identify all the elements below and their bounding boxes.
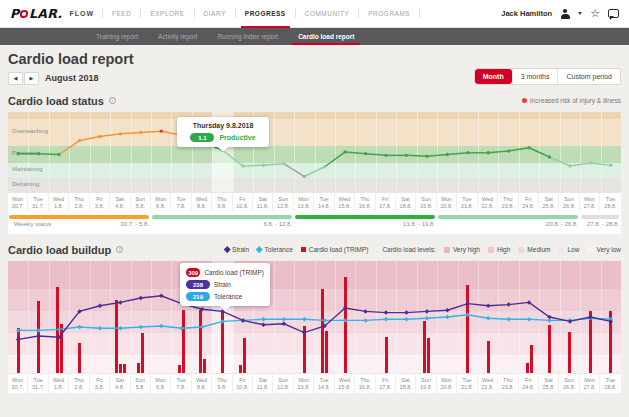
nav-item-programs[interactable]: PROGRAMS xyxy=(359,0,419,28)
status-point[interactable] xyxy=(343,150,346,153)
status-point[interactable] xyxy=(282,162,285,165)
status-point[interactable] xyxy=(425,155,428,158)
status-point[interactable] xyxy=(119,132,122,135)
period-button-custom-period[interactable]: Custom period xyxy=(557,69,620,84)
tab-training-report[interactable]: Training report xyxy=(86,28,148,45)
polar-logo[interactable]: PLAR. FLOW xyxy=(10,6,94,21)
user-name[interactable]: Jack Hamilton xyxy=(501,9,552,18)
tolerance-point[interactable] xyxy=(343,318,348,323)
tolerance-point[interactable] xyxy=(220,319,225,324)
status-point[interactable] xyxy=(446,153,449,156)
nav-item-explore[interactable]: EXPLORE xyxy=(141,0,193,28)
period-button-month[interactable]: Month xyxy=(475,69,512,84)
tolerance-point[interactable] xyxy=(98,326,103,331)
tolerance-point[interactable] xyxy=(527,317,532,322)
status-point[interactable] xyxy=(78,139,81,142)
info-icon[interactable] xyxy=(109,97,116,104)
strain-point[interactable] xyxy=(200,307,205,312)
tolerance-point[interactable] xyxy=(445,315,450,320)
status-point[interactable] xyxy=(160,129,163,132)
tolerance-point[interactable] xyxy=(404,317,409,322)
nav-item-community[interactable]: COMMUNITY xyxy=(296,0,359,28)
strain-point[interactable] xyxy=(425,309,430,314)
tolerance-point[interactable] xyxy=(486,316,491,321)
tolerance-point[interactable] xyxy=(159,324,164,329)
strain-point[interactable] xyxy=(384,310,389,315)
strain-point[interactable] xyxy=(159,294,164,299)
strain-point[interactable] xyxy=(261,323,266,328)
status-point[interactable] xyxy=(384,154,387,157)
chevron-down-icon[interactable] xyxy=(578,12,582,15)
axis-date: 11.8. xyxy=(253,384,272,391)
tab-running-index-report[interactable]: Running Index report xyxy=(207,28,288,45)
tolerance-point[interactable] xyxy=(322,318,327,323)
strain-point[interactable] xyxy=(465,301,470,306)
tolerance-point[interactable] xyxy=(57,327,62,332)
favorites-star-icon[interactable]: ☆ xyxy=(590,8,600,19)
strain-point[interactable] xyxy=(16,337,21,342)
tolerance-point[interactable] xyxy=(200,325,205,330)
user-icon[interactable] xyxy=(560,9,570,19)
status-point[interactable] xyxy=(57,153,60,156)
strain-point[interactable] xyxy=(445,308,450,313)
status-point[interactable] xyxy=(507,149,510,152)
nav-item-diary[interactable]: DIARY xyxy=(195,0,235,28)
nav-item-feed[interactable]: FEED xyxy=(103,0,140,28)
tolerance-point[interactable] xyxy=(261,317,266,322)
status-point[interactable] xyxy=(466,151,469,154)
status-point[interactable] xyxy=(323,165,326,168)
tolerance-point[interactable] xyxy=(77,325,82,330)
status-point[interactable] xyxy=(241,164,244,167)
axis-date: 15.8. xyxy=(335,384,354,391)
nav-item-progress[interactable]: PROGRESS xyxy=(236,0,295,28)
cardio-load-buildup-chart[interactable]: 309Cardio load (TRIMP)238Strain219Tolera… xyxy=(8,261,621,373)
tolerance-point[interactable] xyxy=(506,317,511,322)
status-point[interactable] xyxy=(262,164,265,167)
strain-point[interactable] xyxy=(36,334,41,339)
strain-point[interactable] xyxy=(98,304,103,309)
tab-cardio-load-report[interactable]: Cardio load report xyxy=(288,28,364,45)
cardio-load-status-chart[interactable]: Thursday 9.8.2018 1.1 Productive Overrea… xyxy=(8,112,621,192)
status-point[interactable] xyxy=(98,135,101,138)
feedback-chat-icon[interactable] xyxy=(608,9,619,18)
status-point[interactable] xyxy=(139,131,142,134)
tolerance-point[interactable] xyxy=(36,328,41,333)
strain-point[interactable] xyxy=(302,330,307,335)
status-point[interactable] xyxy=(17,152,20,155)
period-button-3-months[interactable]: 3 months xyxy=(512,69,558,84)
status-point[interactable] xyxy=(548,155,551,158)
status-point[interactable] xyxy=(405,154,408,157)
strain-point[interactable] xyxy=(282,322,287,327)
status-point[interactable] xyxy=(589,161,592,164)
tolerance-point[interactable] xyxy=(16,328,21,333)
tolerance-point[interactable] xyxy=(118,326,123,331)
previous-month-button[interactable]: ◀ xyxy=(8,72,23,85)
strain-point[interactable] xyxy=(363,309,368,314)
status-point[interactable] xyxy=(568,164,571,167)
info-icon[interactable] xyxy=(116,246,123,253)
tolerance-point[interactable] xyxy=(384,317,389,322)
status-point[interactable] xyxy=(486,151,489,154)
strain-point[interactable] xyxy=(486,304,491,309)
tolerance-point[interactable] xyxy=(179,326,184,331)
status-point[interactable] xyxy=(364,152,367,155)
strain-point[interactable] xyxy=(118,300,123,305)
status-point[interactable] xyxy=(303,175,306,178)
strain-point[interactable] xyxy=(404,310,409,315)
status-point[interactable] xyxy=(527,146,530,149)
axis-date: 9.8. xyxy=(212,203,231,210)
tolerance-point[interactable] xyxy=(302,317,307,322)
tab-activity-report[interactable]: Activity report xyxy=(148,28,207,45)
tolerance-point[interactable] xyxy=(139,325,144,330)
strain-point[interactable] xyxy=(241,318,246,323)
status-point[interactable] xyxy=(609,164,612,167)
axis-day-13-8-: Mon13.8. xyxy=(294,374,314,393)
strain-point[interactable] xyxy=(506,302,511,307)
tolerance-point[interactable] xyxy=(425,316,430,321)
strain-point[interactable] xyxy=(139,296,144,301)
tolerance-point[interactable] xyxy=(282,317,287,322)
status-point[interactable] xyxy=(37,152,40,155)
tolerance-point[interactable] xyxy=(465,313,470,318)
next-month-button[interactable]: ▶ xyxy=(24,72,39,85)
tolerance-point[interactable] xyxy=(363,318,368,323)
